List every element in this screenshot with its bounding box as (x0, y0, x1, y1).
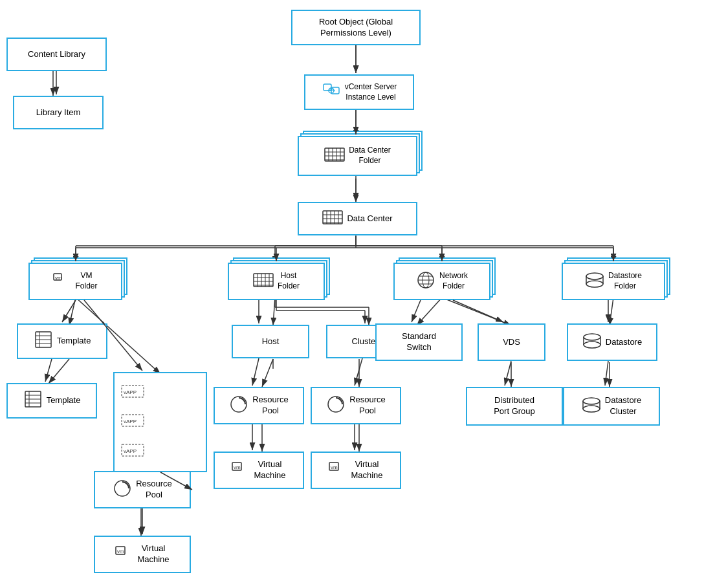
svg-text:vm: vm (234, 464, 241, 470)
svg-line-21 (273, 298, 275, 325)
host-folder-node: HostFolder (228, 263, 325, 300)
template1-icon (34, 330, 53, 353)
network-folder-icon (416, 270, 435, 293)
svg-text:vm: vm (331, 464, 338, 470)
resource-pool-host-node: ResourcePool (214, 387, 304, 424)
svg-line-134 (505, 361, 511, 386)
template2-node: Template (6, 383, 97, 419)
std-switch-node: StandardSwitch (375, 323, 463, 361)
datacenter-icon (322, 208, 343, 230)
vm-cluster-icon: vm (329, 461, 347, 480)
vm-host-node: vm VirtualMachine (214, 452, 304, 489)
datastore-folder-node: DatastoreFolder (562, 263, 665, 300)
vapp1: vAPP (121, 385, 147, 400)
dist-port-group-node: DistributedPort Group (466, 387, 563, 426)
svg-text:vAPP: vAPP (124, 389, 137, 395)
vapp2: vAPP (121, 414, 147, 430)
svg-point-98 (583, 398, 600, 404)
vapp3: vAPP (121, 444, 147, 459)
dc-folder-icon (324, 146, 345, 167)
resource-pool-cluster-icon (326, 395, 346, 417)
vm-folder-node: vm VMFolder (28, 263, 122, 300)
svg-rect-59 (254, 274, 273, 287)
svg-point-96 (231, 397, 247, 412)
svg-line-33 (610, 298, 613, 325)
svg-text:vAPP: vAPP (124, 448, 137, 454)
datastore-cluster-icon (582, 396, 601, 417)
svg-line-130 (355, 358, 362, 386)
datastore-cluster-node: DatastoreCluster (563, 387, 660, 426)
network-folder-node: NetworkFolder (393, 263, 490, 300)
template1-node: Template (17, 323, 107, 359)
host-folder-icon (253, 271, 274, 292)
svg-rect-41 (325, 148, 344, 161)
resource-pool-vm-icon (113, 479, 132, 501)
vm-final-node: vm VirtualMachine (94, 536, 191, 573)
datastore-folder-icon (585, 271, 604, 292)
resource-pool-cluster-node: ResourcePool (311, 387, 401, 424)
vm-host-icon: vm (232, 461, 250, 480)
svg-line-136 (605, 361, 608, 386)
svg-line-30 (417, 298, 442, 325)
svg-text:vm: vm (117, 549, 124, 554)
svg-line-120 (62, 300, 76, 322)
svg-point-101 (583, 406, 600, 412)
svg-line-132 (412, 300, 421, 322)
svg-point-72 (586, 273, 603, 279)
library-item-node: Library Item (13, 96, 104, 129)
svg-point-106 (115, 481, 130, 496)
svg-line-25 (262, 359, 273, 387)
resource-pool-host-icon (229, 395, 248, 417)
svg-line-133 (453, 300, 503, 322)
svg-rect-49 (323, 211, 342, 224)
datastore-icon (582, 332, 602, 353)
svg-point-97 (328, 397, 344, 412)
svg-point-75 (586, 281, 603, 287)
vcenter-node: vCenter ServerInstance Level (304, 74, 414, 110)
template2-icon (23, 389, 43, 412)
host-node: Host (232, 325, 309, 358)
root-object-node: Root Object (Global Permissions Level) (291, 10, 421, 45)
resource-pool-vm-node: ResourcePool (94, 471, 191, 508)
vm-final-icon: vm (115, 545, 133, 564)
dc-folder-node: Data CenterFolder (298, 136, 417, 176)
content-library-node: Content Library (6, 38, 107, 71)
svg-line-128 (252, 358, 259, 386)
svg-point-95 (584, 342, 600, 348)
datacenter-node: Data Center (298, 202, 417, 235)
svg-line-122 (45, 359, 52, 382)
vapp-group-node: vAPP vAPP vAPP (113, 372, 207, 472)
svg-line-18 (49, 359, 69, 384)
svg-point-92 (584, 334, 600, 340)
svg-text:vAPP: vAPP (124, 419, 137, 424)
datastore-node: Datastore (567, 323, 657, 361)
diagram: Root Object (Global Permissions Level) v… (0, 0, 715, 588)
vm-folder-icon: vm (53, 272, 71, 292)
vds-node: VDS (478, 323, 545, 361)
vcenter-icon (322, 81, 341, 103)
svg-line-31 (442, 298, 511, 325)
svg-text:vm: vm (55, 275, 62, 281)
vm-cluster-node: vm VirtualMachine (311, 452, 401, 489)
svg-line-17 (69, 298, 76, 325)
